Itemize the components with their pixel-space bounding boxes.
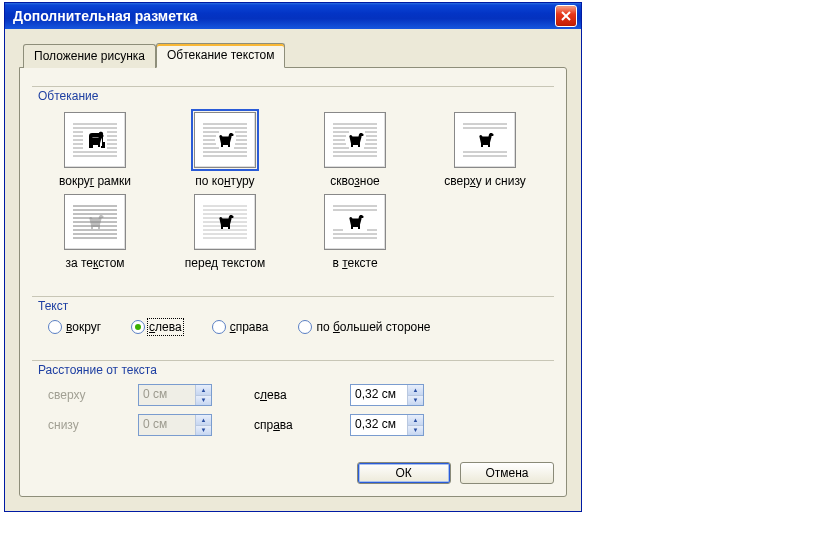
wrap-through-icon	[331, 120, 379, 160]
distance-left-spinner[interactable]: 0,32 см ▲▼	[350, 384, 424, 406]
radio-text-right[interactable]: справа	[212, 320, 269, 334]
ok-button[interactable]: ОК	[357, 462, 451, 484]
wrap-tight-icon	[201, 120, 249, 160]
group-text-side: Текст вокруг слева справа	[32, 288, 554, 346]
wrap-inline-icon	[331, 202, 379, 242]
spinner-value[interactable]: 0,32 см	[351, 415, 407, 435]
spinner-value[interactable]: 0,32 см	[351, 385, 407, 405]
radio-label: вокруг	[66, 320, 101, 334]
group-distance-from-text: Расстояние от текста сверху 0 см ▲▼ слев…	[32, 352, 554, 446]
wrap-label: за текстом	[50, 256, 140, 270]
tab-picture-position[interactable]: Положение рисунка	[23, 44, 156, 68]
wrap-label: сверху и снизу	[440, 174, 530, 188]
spinner-down-icon[interactable]: ▼	[408, 425, 423, 436]
distance-right-label: справа	[254, 418, 314, 432]
cancel-button[interactable]: Отмена	[460, 462, 554, 484]
tab-label: Положение рисунка	[34, 49, 145, 63]
radio-label: справа	[230, 320, 269, 334]
spinner-up-icon[interactable]: ▲	[408, 385, 423, 395]
wrap-option-square[interactable]: вокруг рамки	[50, 112, 140, 188]
close-icon	[561, 11, 571, 21]
dialog-footer: ОК Отмена	[32, 452, 554, 484]
wrap-label: перед текстом	[180, 256, 270, 270]
distance-top-spinner: 0 см ▲▼	[138, 384, 212, 406]
group-wrap-style: Обтекание	[32, 78, 554, 282]
radio-label: по большей стороне	[316, 320, 430, 334]
distance-bottom-label: снизу	[48, 418, 102, 432]
group-legend: Текст	[38, 299, 72, 313]
tab-panel-text-wrapping: Обтекание	[19, 67, 567, 497]
close-button[interactable]	[555, 5, 577, 27]
wrap-label: сквозное	[310, 174, 400, 188]
tab-label: Обтекание текстом	[167, 48, 274, 62]
spinner-down-icon: ▼	[196, 395, 211, 406]
spinner-up-icon[interactable]: ▲	[408, 415, 423, 425]
group-legend: Обтекание	[38, 89, 102, 103]
radio-text-both-sides[interactable]: вокруг	[48, 320, 101, 334]
wrap-top-bottom-icon	[461, 120, 509, 160]
distance-bottom-spinner: 0 см ▲▼	[138, 414, 212, 436]
group-legend: Расстояние от текста	[38, 363, 161, 377]
wrap-label: по контуру	[180, 174, 270, 188]
wrap-option-in-front[interactable]: перед текстом	[180, 194, 270, 270]
dialog-client-area: Положение рисунка Обтекание текстом Обте…	[5, 29, 581, 511]
wrap-behind-icon	[71, 202, 119, 242]
distance-right-spinner[interactable]: 0,32 см ▲▼	[350, 414, 424, 436]
spinner-up-icon: ▲	[196, 385, 211, 395]
distance-top-label: сверху	[48, 388, 102, 402]
radio-text-left[interactable]: слева	[131, 320, 182, 334]
window-title: Дополнительная разметка	[13, 8, 555, 24]
wrap-option-through[interactable]: сквозное	[310, 112, 400, 188]
dialog-advanced-layout: Дополнительная разметка Положение рисунк…	[4, 2, 582, 512]
wrap-front-icon	[201, 202, 249, 242]
wrap-option-inline[interactable]: в тексте	[310, 194, 400, 270]
wrap-square-icon	[71, 120, 119, 160]
wrap-label: вокруг рамки	[50, 174, 140, 188]
wrap-label: в тексте	[310, 256, 400, 270]
wrap-option-top-bottom[interactable]: сверху и снизу	[440, 112, 530, 188]
spinner-down-icon[interactable]: ▼	[408, 395, 423, 406]
spinner-value: 0 см	[139, 415, 195, 435]
title-bar[interactable]: Дополнительная разметка	[5, 3, 581, 29]
tab-text-wrapping[interactable]: Обтекание текстом	[156, 43, 285, 68]
distance-left-label: слева	[254, 388, 314, 402]
spinner-up-icon: ▲	[196, 415, 211, 425]
spinner-down-icon: ▼	[196, 425, 211, 436]
wrap-option-tight[interactable]: по контуру	[180, 112, 270, 188]
radio-text-largest[interactable]: по большей стороне	[298, 320, 430, 334]
radio-label: слева	[149, 320, 182, 334]
wrap-option-behind-text[interactable]: за текстом	[50, 194, 140, 270]
spinner-value: 0 см	[139, 385, 195, 405]
tab-strip: Положение рисунка Обтекание текстом	[19, 43, 567, 68]
